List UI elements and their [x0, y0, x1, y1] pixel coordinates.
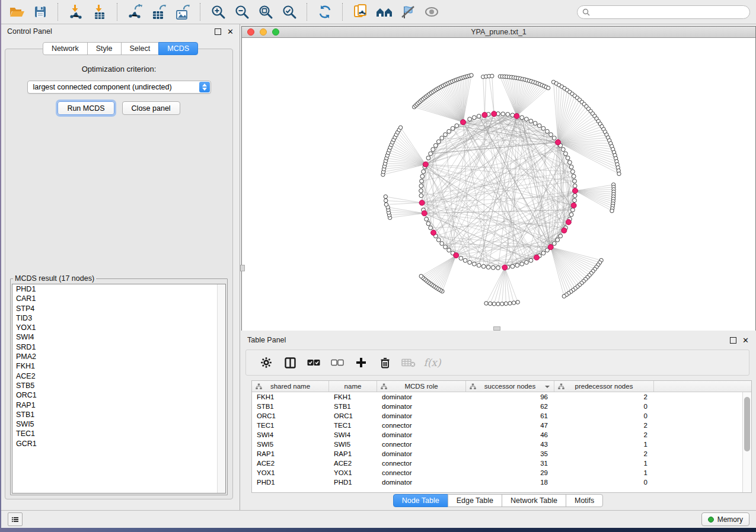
search-input[interactable]: [593, 8, 745, 17]
save-session-button[interactable]: [28, 2, 52, 22]
sort-descending-icon: [545, 386, 550, 388]
column-header-successor-nodes[interactable]: successor nodes: [466, 381, 554, 392]
show-graphics-details-button[interactable]: [420, 2, 444, 22]
mcds-result-item[interactable]: TEC1: [12, 429, 225, 438]
search-icon: [582, 8, 590, 16]
close-window-icon[interactable]: [247, 28, 254, 36]
attribute-type-icon: [381, 383, 387, 390]
task-history-button[interactable]: [8, 512, 23, 526]
zoom-selected-button[interactable]: [277, 2, 301, 22]
zoom-fit-button[interactable]: [254, 2, 277, 22]
network-window-titlebar[interactable]: YPA_prune.txt_1: [242, 27, 755, 38]
table-row-STB1[interactable]: STB1STB1dominator620: [252, 402, 743, 411]
document-share-icon: [352, 4, 369, 20]
splitter-grip-horizontal[interactable]: [493, 326, 500, 331]
mcds-result-item[interactable]: STP4: [12, 304, 225, 313]
mcds-result-item[interactable]: CAR1: [12, 294, 225, 303]
eye-icon: [423, 5, 440, 18]
import-network-button[interactable]: [64, 2, 88, 22]
trash-icon: [379, 357, 391, 368]
table-toolbar: f(x): [245, 350, 749, 376]
zoom-out-button[interactable]: [230, 2, 254, 22]
table-tab-motifs[interactable]: Motifs: [566, 494, 603, 507]
close-panel-button[interactable]: Close panel: [122, 101, 180, 115]
column-header-predecessor-nodes[interactable]: predecessor nodes: [554, 381, 654, 392]
mcds-result-item[interactable]: STB1: [12, 410, 225, 419]
file-group: [1, 0, 56, 24]
close-panel-icon[interactable]: ✕: [227, 29, 234, 34]
splitter-grip-vertical[interactable]: [240, 265, 245, 271]
mcds-result-item[interactable]: GCR1: [12, 439, 225, 448]
mcds-result-item[interactable]: PHD1: [12, 284, 225, 294]
mcds-result-item[interactable]: STB5: [12, 381, 225, 390]
export-image-icon: [174, 4, 191, 20]
mcds-result-item[interactable]: SRD1: [12, 342, 225, 352]
apply-function-button[interactable]: f(x): [420, 352, 444, 373]
mcds-result-item[interactable]: ACE2: [12, 371, 225, 381]
select-all-button[interactable]: [302, 352, 326, 373]
table-row-PHD1[interactable]: PHD1PHD1dominator180: [252, 477, 743, 487]
add-column-button[interactable]: [349, 352, 373, 373]
memory-button[interactable]: Memory: [701, 512, 749, 526]
mcds-result-item[interactable]: RAP1: [12, 400, 225, 410]
deselect-all-button[interactable]: [326, 352, 349, 373]
new-network-from-selection-button[interactable]: [349, 2, 372, 22]
table-scrollbar-thumb[interactable]: [744, 397, 750, 451]
tab-style[interactable]: Style: [87, 42, 122, 55]
table-tab-node-table[interactable]: Node Table: [393, 494, 448, 507]
network-graph[interactable]: [242, 38, 755, 331]
mcds-result-item[interactable]: PMA2: [12, 352, 225, 361]
hide-selected-button[interactable]: [396, 2, 420, 22]
float-table-panel-icon[interactable]: [730, 337, 736, 344]
delete-column-button[interactable]: [373, 352, 397, 373]
run-mcds-button[interactable]: Run MCDS: [58, 101, 114, 115]
table-row-FKH1[interactable]: FKH1FKH1dominator962: [252, 392, 743, 402]
tab-select[interactable]: Select: [121, 42, 160, 55]
export-table-button[interactable]: [147, 2, 171, 22]
delete-table-button[interactable]: [397, 352, 420, 373]
table-row-RAP1[interactable]: RAP1RAP1dominator352: [252, 449, 743, 459]
table-row-ACE2[interactable]: ACE2ACE2connector311: [252, 459, 743, 468]
mcds-result-item[interactable]: FKH1: [12, 361, 225, 371]
tab-network[interactable]: Network: [43, 42, 88, 55]
cell-predecessor-nodes: 1: [554, 440, 654, 449]
export-network-button[interactable]: [123, 2, 147, 22]
import-table-button[interactable]: [88, 2, 111, 22]
mcds-result-item[interactable]: ORC1: [12, 390, 225, 400]
mcds-result-item[interactable]: SWI4: [12, 332, 225, 342]
mcds-list-scrollbar[interactable]: [217, 284, 225, 493]
first-neighbors-button[interactable]: [372, 2, 396, 22]
mcds-result-item[interactable]: YOX1: [12, 323, 225, 332]
table-row-YOX1[interactable]: YOX1YOX1connector291: [252, 468, 743, 477]
table-tab-network-table[interactable]: Network Table: [502, 494, 566, 507]
table-row-SWI4[interactable]: SWI4SWI4dominator462: [252, 430, 743, 440]
open-folder-icon: [9, 5, 25, 19]
zoom-in-button[interactable]: [206, 2, 230, 22]
tab-mcds[interactable]: MCDS: [158, 42, 198, 55]
open-file-button[interactable]: [5, 2, 28, 22]
table-row-ORC1[interactable]: ORC1ORC1dominator610: [252, 411, 743, 421]
cell-successor-nodes: 46: [466, 430, 554, 440]
cell-predecessor-nodes: 2: [554, 430, 654, 440]
mcds-result-item[interactable]: SWI5: [12, 419, 225, 429]
apply-layout-button[interactable]: [313, 2, 337, 22]
column-header-MCDS-role[interactable]: MCDS role: [377, 381, 466, 392]
table-tab-edge-table[interactable]: Edge Table: [448, 494, 502, 507]
cell-name: RAP1: [329, 449, 377, 459]
table-row-SWI5[interactable]: SWI5SWI5connector431: [252, 440, 743, 449]
close-table-panel-icon[interactable]: ✕: [742, 338, 749, 343]
column-header-name[interactable]: name: [329, 381, 377, 392]
toolbar-separator: [307, 3, 308, 21]
table-row-TEC1[interactable]: TEC1TEC1connector472: [252, 421, 743, 430]
column-header-shared-name[interactable]: shared name: [252, 381, 329, 392]
maximize-window-icon[interactable]: [272, 28, 279, 36]
minimize-window-icon[interactable]: [260, 28, 267, 36]
split-table-button[interactable]: [278, 352, 302, 373]
criterion-select[interactable]: largest connected component (undirected): [27, 81, 211, 94]
network-canvas[interactable]: [242, 38, 755, 331]
column-settings-button[interactable]: [254, 352, 278, 373]
float-panel-icon[interactable]: [215, 28, 221, 35]
table-scrollbar[interactable]: [742, 392, 751, 492]
export-image-button[interactable]: [171, 2, 194, 22]
mcds-result-item[interactable]: TID3: [12, 313, 225, 323]
